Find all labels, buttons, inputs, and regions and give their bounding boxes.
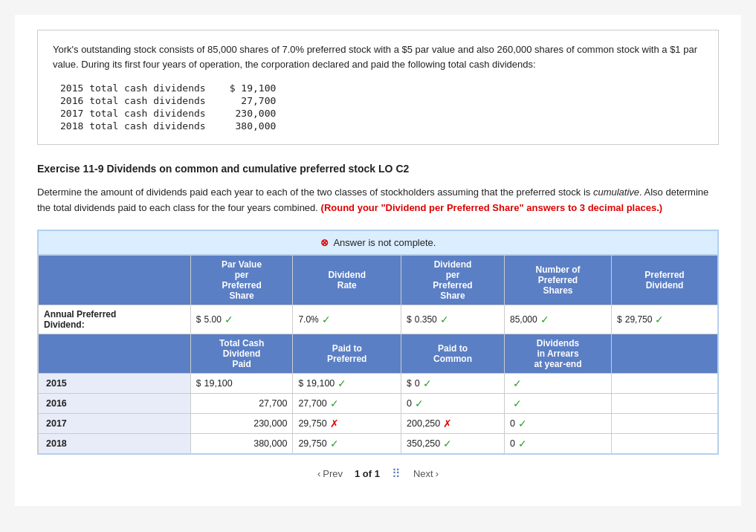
pp-val-2017[interactable]: 29,750 — [298, 418, 326, 429]
arr-check-2018: ✓ — [518, 438, 527, 450]
pp-check-2017: ✗ — [330, 418, 339, 429]
paid-pref-2018: 29,750 ✓ — [293, 433, 401, 453]
paid-pref-2017: 29,750 ✗ — [293, 413, 401, 433]
paid-common-2018: 350,250 ✓ — [401, 433, 505, 453]
arrears-2016: ✓ — [504, 393, 611, 413]
pp-dollar-2015: $ — [298, 378, 303, 389]
arrears-2015: ✓ — [504, 373, 611, 393]
paid-common-2015: $ 0 ✓ — [401, 373, 505, 393]
annual-preferred-row: Annual PreferredDividend: $ 5.00 ✓ 7.0% … — [39, 305, 718, 334]
dividend-rate-val[interactable]: 7.0% — [298, 314, 318, 325]
pc-check-2017: ✗ — [443, 418, 452, 429]
pc-check-2018: ✓ — [443, 438, 452, 450]
prev-label[interactable]: Prev — [323, 468, 343, 479]
year-2018: 2018 — [39, 433, 191, 453]
par-value-val[interactable]: 5.00 — [204, 314, 222, 325]
pp-val-2018[interactable]: 29,750 — [298, 438, 326, 449]
dividend-rate-check: ✓ — [322, 314, 331, 325]
grid-icon[interactable]: ⠿ — [392, 467, 401, 481]
col2-header-arrears: Dividendsin Arrearsat year-end — [504, 334, 611, 373]
tc-val-2015: 19,100 — [204, 378, 233, 389]
pp-check-2018: ✓ — [330, 438, 339, 450]
next-label[interactable]: Next — [413, 468, 433, 479]
preferred-div-cell: $ 29,750 ✓ — [612, 305, 718, 334]
prev-button[interactable]: ‹ Prev — [317, 468, 343, 479]
tc-dollar-2015: $ — [196, 378, 201, 389]
col-header-empty — [39, 255, 191, 305]
arr-check-2016: ✓ — [513, 398, 522, 409]
preferred-div-val[interactable]: 29,750 — [625, 314, 653, 325]
year-2017: 2017 — [39, 413, 191, 433]
paid-common-2016: 0 ✓ — [401, 393, 505, 413]
dividend-row: 2018 total cash dividends 380,000 — [60, 120, 285, 132]
pp-check-2015: ✓ — [337, 377, 346, 389]
col2-header-paid-preferred: Paid toPreferred — [293, 334, 401, 373]
num-shares-val[interactable]: 85,000 — [510, 314, 537, 325]
instruction-italic: cumulative — [593, 186, 639, 198]
pc-check-2016: ✓ — [415, 398, 424, 409]
main-data-table: Par ValueperPreferredShare DividendRate … — [38, 255, 718, 454]
par-value-cell: $ 5.00 ✓ — [190, 305, 293, 334]
arr-check-2015: ✓ — [513, 377, 522, 389]
col2-header-filler — [612, 334, 718, 373]
dividend-row: 2016 total cash dividends 27,700 — [60, 94, 285, 107]
instruction-text: Determine the amount of dividends paid e… — [37, 185, 719, 216]
next-chevron-icon: › — [436, 468, 439, 479]
answer-banner: ⊗ Answer is not complete. — [38, 230, 718, 255]
pc-val-2015[interactable]: 0 — [415, 378, 420, 389]
col-header-preferred-div: PreferredDividend — [612, 255, 718, 305]
page-info: 1 of 1 — [355, 468, 380, 479]
pp-val-2016[interactable]: 27,700 — [298, 398, 326, 409]
answer-wrapper: ⊗ Answer is not complete. Par ValueperPr… — [37, 230, 719, 455]
col-header-dividend-rate: DividendRate — [293, 255, 401, 305]
tc-val-2016: 27,700 — [259, 398, 287, 409]
filler-2016 — [612, 393, 718, 413]
total-cash-2017: 230,000 — [190, 413, 293, 433]
par-value-check: ✓ — [224, 314, 233, 325]
dividend-table: 2015 total cash dividends$ 19,1002016 to… — [60, 82, 285, 132]
next-button[interactable]: Next › — [413, 468, 439, 479]
col2-header-total-cash: Total CashDividendPaid — [190, 334, 293, 373]
pagination: ‹ Prev 1 of 1 ⠿ Next › — [37, 455, 719, 484]
dividend-row: 2017 total cash dividends 230,000 — [60, 107, 285, 120]
col2-header-empty — [39, 334, 191, 373]
div-per-share-dollar: $ — [407, 314, 412, 325]
paid-pref-2015: $ 19,100 ✓ — [293, 373, 401, 393]
banner-text: Answer is not complete. — [333, 237, 436, 248]
intro-box: York's outstanding stock consists of 85,… — [37, 30, 719, 145]
pp-val-2015[interactable]: 19,100 — [306, 378, 335, 389]
div-per-share-val[interactable]: 0.350 — [415, 314, 437, 325]
pc-val-2016[interactable]: 0 — [407, 398, 412, 409]
dividend-rate-cell: 7.0% ✓ — [293, 305, 401, 334]
year-2016: 2016 — [39, 393, 191, 413]
pc-val-2018[interactable]: 350,250 — [407, 438, 440, 449]
preferred-div-check: ✓ — [655, 314, 664, 325]
instruction-highlight: (Round your "Dividend per Preferred Shar… — [321, 202, 663, 213]
total-cash-2018: 380,000 — [190, 433, 293, 453]
pc-dollar-2015: $ — [407, 378, 412, 389]
filler-2015 — [612, 373, 718, 393]
exercise-title: Exercise 11-9 Dividends on common and cu… — [37, 163, 719, 175]
page-container: York's outstanding stock consists of 85,… — [15, 15, 741, 506]
prev-chevron-icon: ‹ — [317, 468, 320, 479]
pc-check-2015: ✓ — [423, 377, 432, 389]
year-2015: 2015 — [39, 373, 191, 393]
arrears-2017: 0 ✓ — [504, 413, 611, 433]
col-header-num-shares: Number ofPreferredShares — [504, 255, 611, 305]
col-header-div-per-share: DividendperPreferredShare — [401, 255, 505, 305]
num-shares-cell: 85,000 ✓ — [504, 305, 611, 334]
tc-val-2018: 380,000 — [253, 438, 287, 449]
arr-check-2017: ✓ — [518, 418, 527, 429]
col2-header-paid-common: Paid toCommon — [401, 334, 505, 373]
dividend-row: 2015 total cash dividends$ 19,100 — [60, 82, 285, 94]
arr-val-2018[interactable]: 0 — [510, 438, 515, 449]
pc-val-2017[interactable]: 200,250 — [407, 418, 440, 429]
filler-2018 — [612, 433, 718, 453]
paid-common-2017: 200,250 ✗ — [401, 413, 505, 433]
table-row: 2017 230,000 29,750 ✗ 20 — [39, 413, 718, 433]
preferred-div-dollar: $ — [617, 314, 622, 325]
total-cash-2016: 27,700 — [190, 393, 293, 413]
intro-text: York's outstanding stock consists of 85,… — [53, 42, 703, 71]
arr-val-2017[interactable]: 0 — [510, 418, 515, 429]
table-row: 2018 380,000 29,750 ✓ 35 — [39, 433, 718, 453]
